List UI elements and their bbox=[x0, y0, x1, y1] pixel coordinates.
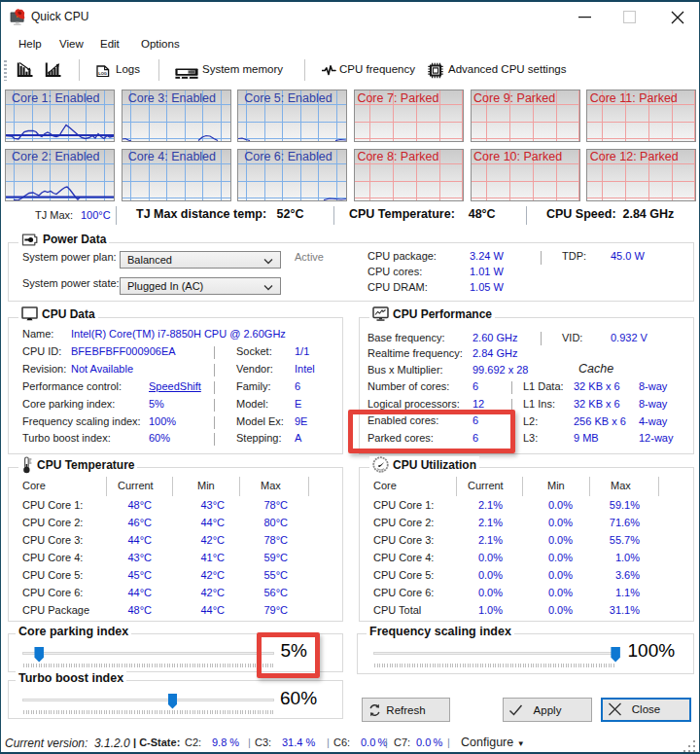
svg-text:LOG: LOG bbox=[98, 71, 107, 76]
